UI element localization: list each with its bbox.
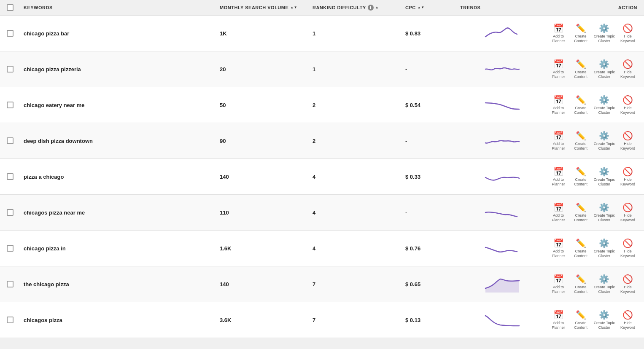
create-topic-cluster-btn[interactable]: ⚙️ Create TopicCluster	[594, 238, 615, 258]
create-content-btn[interactable]: ✏️ CreateContent	[571, 238, 590, 258]
edit-icon: ✏️	[576, 131, 586, 141]
add-to-planner-btn[interactable]: 📅 Add toPlanner	[549, 310, 568, 330]
hide-keyword-btn[interactable]: 🚫 HideKeyword	[618, 274, 637, 294]
row-checkbox[interactable]	[7, 173, 13, 180]
calendar-icon: 📅	[553, 310, 564, 320]
hide-keyword-btn[interactable]: 🚫 HideKeyword	[618, 23, 637, 43]
table-row: chicagos pizza near me 110 4 - 📅 Add toP…	[0, 195, 644, 231]
keyword-text: pizza a chicago	[24, 174, 64, 180]
hide-keyword-btn[interactable]: 🚫 HideKeyword	[618, 59, 637, 79]
cpc-value: $ 0.83	[405, 30, 420, 37]
msv-cell: 50	[220, 102, 313, 108]
create-content-btn[interactable]: ✏️ CreateContent	[571, 274, 590, 294]
create-content-btn[interactable]: ✏️ CreateContent	[571, 310, 590, 330]
create-topic-cluster-btn[interactable]: ⚙️ Create TopicCluster	[594, 202, 615, 223]
create-content-btn[interactable]: ✏️ CreateContent	[571, 95, 590, 115]
row-checkbox-cell[interactable]	[7, 102, 24, 108]
trends-cell	[460, 168, 544, 185]
calendar-icon: 📅	[553, 95, 564, 105]
rd-cell: 4	[313, 174, 405, 180]
cpc-value: $ 0.54	[405, 102, 420, 108]
row-checkbox-cell[interactable]	[7, 245, 24, 252]
create-topic-cluster-label: Create TopicCluster	[594, 106, 615, 115]
header-keywords-label: KEYWORDS	[24, 5, 53, 10]
row-checkbox[interactable]	[7, 102, 13, 108]
hide-keyword-btn[interactable]: 🚫 HideKeyword	[618, 166, 637, 187]
add-planner-label: Add toPlanner	[552, 213, 565, 223]
create-content-btn[interactable]: ✏️ CreateContent	[571, 131, 590, 151]
row-checkbox[interactable]	[7, 137, 13, 144]
keyword-text: chicago pizza pizzeria	[24, 66, 81, 72]
ranking-difficulty-info-icon[interactable]: i	[368, 5, 374, 11]
table-row: deep dish pizza downtown 90 2 - 📅 Add to…	[0, 123, 644, 159]
add-planner-label: Add toPlanner	[552, 106, 565, 115]
create-topic-cluster-label: Create TopicCluster	[594, 142, 615, 151]
row-checkbox[interactable]	[7, 30, 13, 37]
add-to-planner-btn[interactable]: 📅 Add toPlanner	[549, 23, 568, 43]
row-checkbox[interactable]	[7, 209, 13, 216]
create-topic-cluster-label: Create TopicCluster	[594, 285, 615, 294]
row-checkbox-cell[interactable]	[7, 209, 24, 216]
create-content-btn[interactable]: ✏️ CreateContent	[571, 23, 590, 43]
add-to-planner-btn[interactable]: 📅 Add toPlanner	[549, 202, 568, 223]
select-all-checkbox[interactable]	[7, 4, 13, 11]
add-to-planner-btn[interactable]: 📅 Add toPlanner	[549, 131, 568, 151]
create-content-btn[interactable]: ✏️ CreateContent	[571, 202, 590, 223]
row-checkbox[interactable]	[7, 245, 13, 252]
cpc-cell: -	[405, 66, 460, 72]
cpc-cell: -	[405, 138, 460, 144]
msv-cell: 1K	[220, 30, 313, 37]
row-checkbox-cell[interactable]	[7, 317, 24, 323]
add-to-planner-btn[interactable]: 📅 Add toPlanner	[549, 238, 568, 258]
msv-cell: 1.6K	[220, 245, 313, 252]
header-action: ACTION	[544, 5, 637, 10]
msv-value: 50	[220, 102, 226, 108]
create-content-btn[interactable]: ✏️ CreateContent	[571, 166, 590, 187]
add-to-planner-btn[interactable]: 📅 Add toPlanner	[549, 59, 568, 79]
add-to-planner-btn[interactable]: 📅 Add toPlanner	[549, 274, 568, 294]
hide-keyword-label: HideKeyword	[620, 177, 635, 187]
row-checkbox-cell[interactable]	[7, 137, 24, 144]
create-content-label: CreateContent	[574, 321, 587, 330]
action-cell: 📅 Add toPlanner ✏️ CreateContent ⚙️ Crea…	[544, 59, 637, 79]
row-checkbox[interactable]	[7, 66, 13, 72]
edit-icon: ✏️	[576, 166, 586, 177]
rd-cell: 1	[313, 30, 405, 37]
create-content-btn[interactable]: ✏️ CreateContent	[571, 59, 590, 79]
row-checkbox[interactable]	[7, 317, 13, 323]
row-checkbox-cell[interactable]	[7, 30, 24, 37]
rd-value: 2	[313, 138, 315, 144]
header-cpc[interactable]: CPC ▲▼	[405, 5, 460, 10]
row-checkbox-cell[interactable]	[7, 281, 24, 287]
cpc-value: $ 0.65	[405, 281, 420, 287]
create-topic-cluster-btn[interactable]: ⚙️ Create TopicCluster	[594, 23, 615, 43]
table-row: chicago pizza in 1.6K 4 $ 0.76 📅 Add toP…	[0, 231, 644, 266]
create-topic-cluster-btn[interactable]: ⚙️ Create TopicCluster	[594, 131, 615, 151]
header-monthly-search-volume[interactable]: MONTHLY SEARCH VOLUME ▲▼	[220, 5, 313, 10]
create-topic-cluster-btn[interactable]: ⚙️ Create TopicCluster	[594, 166, 615, 187]
action-cell: 📅 Add toPlanner ✏️ CreateContent ⚙️ Crea…	[544, 166, 637, 187]
cpc-cell: $ 0.65	[405, 281, 460, 287]
add-to-planner-btn[interactable]: 📅 Add toPlanner	[549, 95, 568, 115]
header-ranking-difficulty[interactable]: RANKING DIFFICULTY i ▲	[313, 5, 405, 11]
row-checkbox-cell[interactable]	[7, 173, 24, 180]
msv-value: 1K	[220, 30, 227, 37]
hide-keyword-btn[interactable]: 🚫 HideKeyword	[618, 238, 637, 258]
select-all-cell[interactable]	[7, 4, 24, 11]
create-topic-cluster-btn[interactable]: ⚙️ Create TopicCluster	[594, 95, 615, 115]
cpc-cell: $ 0.13	[405, 317, 460, 323]
create-topic-cluster-btn[interactable]: ⚙️ Create TopicCluster	[594, 274, 615, 294]
hide-keyword-btn[interactable]: 🚫 HideKeyword	[618, 131, 637, 151]
cpc-value: -	[405, 138, 407, 144]
create-content-label: CreateContent	[574, 249, 587, 258]
add-to-planner-btn[interactable]: 📅 Add toPlanner	[549, 166, 568, 187]
create-topic-cluster-btn[interactable]: ⚙️ Create TopicCluster	[594, 310, 615, 330]
cpc-cell: $ 0.54	[405, 102, 460, 108]
hide-keyword-btn[interactable]: 🚫 HideKeyword	[618, 202, 637, 223]
hide-keyword-btn[interactable]: 🚫 HideKeyword	[618, 310, 637, 330]
hide-keyword-btn[interactable]: 🚫 HideKeyword	[618, 95, 637, 115]
row-checkbox[interactable]	[7, 281, 13, 287]
row-checkbox-cell[interactable]	[7, 66, 24, 72]
msv-value: 20	[220, 66, 226, 72]
create-topic-cluster-btn[interactable]: ⚙️ Create TopicCluster	[594, 59, 615, 79]
